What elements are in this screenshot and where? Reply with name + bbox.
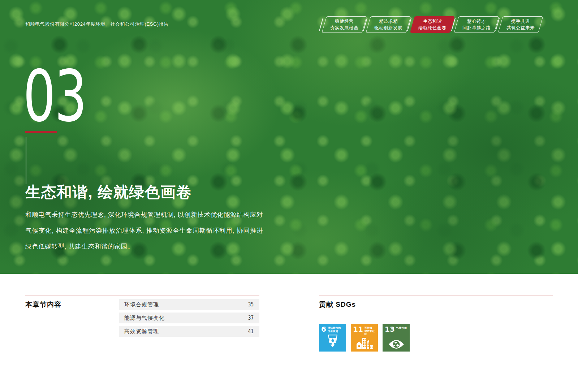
sdgs-heading: 贡献 SDGs <box>319 300 553 309</box>
sdg-title: 清洁饮水和 卫生设施 <box>328 327 341 333</box>
chapter-number: 03 <box>23 61 86 132</box>
water-glass-icon <box>321 333 344 350</box>
tab-label-line2: 夯实发展根基 <box>330 25 358 31</box>
contents-item[interactable]: 高效资源管理 41 <box>119 326 259 337</box>
contents-item-page: 37 <box>248 315 254 321</box>
tab-label-line2: 驱动创新发展 <box>374 25 402 31</box>
report-title: 和顺电气股份有限公司2024年度环境、社会和公司治理(ESG)报告 <box>25 21 169 27</box>
divider-rule-right <box>319 296 553 296</box>
sdg-number: 6 <box>321 326 326 333</box>
tab-chapter-02[interactable]: 精益求精 驱动创新发展 <box>368 16 409 33</box>
contents-item-page: 35 <box>248 301 254 308</box>
esg-chapter-divider-page: 和顺电气股份有限公司2024年度环境、社会和公司治理(ESG)报告 稳健经营 夯… <box>0 0 578 392</box>
contents-item-page: 41 <box>248 328 254 335</box>
tab-label-line1: 携手共进 <box>511 18 530 25</box>
contents-item[interactable]: 能源与气候变化 37 <box>119 313 259 323</box>
tab-label-line1: 慧心铸才 <box>467 18 486 25</box>
contents-item-label: 能源与气候变化 <box>124 315 165 322</box>
contents-section: 本章节内容 环境合规管理 35 能源与气候变化 37 高效资源管理 41 <box>25 296 259 309</box>
tab-label-line1: 精益求精 <box>379 18 398 25</box>
chapter-tabs: 稳健经营 夯实发展根基 精益求精 驱动创新发展 生态和谐 绘就绿色画卷 慧心铸才… <box>324 16 541 33</box>
tab-label-line2: 同赴卓越之路 <box>462 25 491 31</box>
contents-item[interactable]: 环境合规管理 35 <box>119 299 259 310</box>
chapter-title: 生态和谐, 绘就绿色画卷 <box>25 182 192 202</box>
contents-item-label: 环境合规管理 <box>124 301 159 308</box>
sdg-number: 11 <box>353 326 363 333</box>
sdgs-section: 贡献 SDGs 6 清洁饮水和 卫生设施 <box>319 296 553 352</box>
sdg-tile-13: 13 气候行动 <box>383 324 410 352</box>
hero-banner: 和顺电气股份有限公司2024年度环境、社会和公司治理(ESG)报告 稳健经营 夯… <box>0 0 578 274</box>
contents-list: 环境合规管理 35 能源与气候变化 37 高效资源管理 41 <box>119 299 259 339</box>
tab-chapter-04[interactable]: 慧心铸才 同赴卓越之路 <box>456 16 497 33</box>
tab-label-line1: 稳健经营 <box>335 18 354 25</box>
sdg-tile-11: 11 可持续 城市和社区 <box>351 324 378 352</box>
tab-chapter-01[interactable]: 稳健经营 夯实发展根基 <box>324 16 365 33</box>
tab-label-line1: 生态和谐 <box>423 18 442 25</box>
tab-chapter-05[interactable]: 携手共进 共筑公益未来 <box>500 16 541 33</box>
accent-bar <box>25 131 57 133</box>
buildings-icon <box>353 336 376 350</box>
accent-vertical-line <box>26 137 26 184</box>
tab-chapter-03-active[interactable]: 生态和谐 绘就绿色画卷 <box>412 16 453 33</box>
sdg-title: 可持续 城市和社区 <box>365 327 376 336</box>
tab-label-line2: 绘就绿色画卷 <box>418 25 447 31</box>
divider-rule-left <box>25 296 259 296</box>
sdg-tiles: 6 清洁饮水和 卫生设施 <box>319 324 553 352</box>
chapter-description: 和顺电气秉持生态优先理念, 深化环境合规管理机制, 以创新技术优化能源结构应对气… <box>25 207 263 254</box>
sdg-number: 13 <box>385 326 395 333</box>
sdg-tile-6: 6 清洁饮水和 卫生设施 <box>319 324 346 352</box>
tab-label-line2: 共筑公益未来 <box>506 25 535 31</box>
contents-item-label: 高效资源管理 <box>124 328 159 335</box>
bottom-section: 本章节内容 环境合规管理 35 能源与气候变化 37 高效资源管理 41 贡献 … <box>0 274 578 392</box>
globe-eye-icon <box>385 333 408 350</box>
sdg-title: 气候行动 <box>396 327 407 330</box>
